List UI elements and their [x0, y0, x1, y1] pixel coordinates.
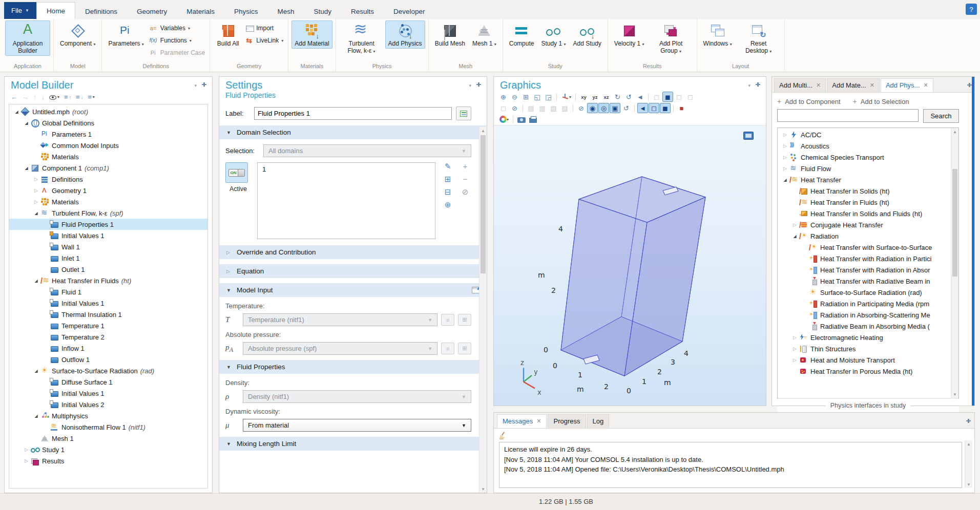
expand-arrow-icon[interactable]: ▷	[22, 447, 31, 452]
scroll-up-arrow-icon[interactable]: ▲	[951, 128, 958, 135]
tree-item[interactable]: ▷Chemical Species Transport	[778, 152, 958, 163]
move-down-button[interactable]: ↓	[41, 94, 45, 101]
tree-item[interactable]: Thermal Insulation 1	[9, 309, 207, 320]
tree-item[interactable]: ▷Geometry 1	[9, 185, 207, 196]
tree-item[interactable]: Initial Values 1	[9, 298, 207, 309]
add-physics-button[interactable]: ↓ Add Physics	[385, 20, 425, 49]
build-all-button[interactable]: Build All	[213, 20, 243, 49]
close-icon[interactable]: ✕	[536, 418, 541, 424]
add-plot-group-button[interactable]: Add Plot Group ▾	[649, 20, 694, 57]
functions-button[interactable]: Functions▾	[148, 35, 206, 46]
scene-mode-4-button[interactable]: ◻	[685, 92, 696, 102]
section-fluid-properties[interactable]: ▼ Fluid Properties	[219, 360, 487, 374]
back-button[interactable]: ←	[11, 94, 17, 101]
tree-item[interactable]: Radiative Beam in Absorbing Media (	[778, 321, 958, 332]
scroll-down-arrow-icon[interactable]: ▼	[951, 391, 958, 398]
pin-icon[interactable]	[965, 418, 971, 425]
messages-scrollbar[interactable]: ▲ ▼	[965, 440, 972, 488]
add-to-selection-button[interactable]: +Add to Selection	[853, 97, 909, 105]
active-toggle[interactable]: ON	[225, 162, 248, 183]
remove-geometry-button[interactable]: ■	[676, 103, 687, 113]
section-mixing-length[interactable]: ▼ Mixing Length Limit	[219, 437, 487, 451]
tree-item[interactable]: Fluid 1	[9, 286, 207, 298]
tree-item[interactable]: Nonisothermal Flow 1(nitf1)	[9, 421, 207, 433]
variables-button[interactable]: Variables▾	[148, 23, 206, 33]
domain-selection-list[interactable]: 1	[257, 162, 435, 239]
tree-item[interactable]: ◢Untitled.mph(root)	[9, 106, 207, 117]
tab-add-material[interactable]: Add Mate...✕	[827, 78, 880, 92]
tab-materials[interactable]: Materials	[177, 4, 224, 19]
section-model-input[interactable]: ▼ Model Input	[219, 283, 487, 297]
parameters-button[interactable]: Parameters ▾	[105, 20, 147, 50]
build-mesh-button[interactable]: Build Mesh	[432, 20, 468, 49]
tree-item[interactable]: ◢Surface-to-Surface Radiation(rad)	[9, 365, 207, 376]
label-input[interactable]	[254, 107, 452, 120]
panel-menu-caret-icon[interactable]: ▾	[469, 83, 471, 88]
tab-definitions[interactable]: Definitions	[75, 4, 127, 19]
tree-item[interactable]: Heat Transfer in Solids and Fluids (ht)	[778, 208, 958, 219]
rotate-ccw-button[interactable]: ↺	[623, 92, 634, 102]
tree-item[interactable]: Heat Transfer with Radiation in Partici	[778, 253, 958, 264]
collapse-arrow-icon[interactable]: ◢	[32, 369, 40, 373]
close-icon[interactable]: ✕	[816, 82, 821, 89]
expand-arrow-icon[interactable]: ▷	[790, 335, 799, 340]
tab-messages[interactable]: Messages✕	[497, 414, 547, 428]
print-button[interactable]	[528, 114, 538, 124]
tab-study[interactable]: Study	[304, 4, 342, 19]
hide-objects-button[interactable]: ⊘	[576, 103, 587, 113]
close-icon[interactable]: ✕	[923, 82, 928, 89]
collapse-arrow-icon[interactable]: ◢	[781, 178, 789, 182]
collapse-all-button[interactable]: ≡↑	[64, 94, 71, 101]
snapshot-disabled-button[interactable]: ▤	[526, 103, 536, 113]
move-up-button[interactable]: ↑	[33, 94, 37, 101]
rotate-cw-button[interactable]: ↻	[612, 92, 623, 102]
tab-results[interactable]: Results	[341, 4, 384, 19]
plot-window-icon[interactable]	[743, 132, 754, 140]
pin-icon[interactable]	[755, 82, 761, 89]
section-equation[interactable]: ▷ Equation	[219, 264, 487, 278]
collapse-arrow-icon[interactable]: ◢	[32, 279, 40, 283]
import-button[interactable]: Import	[244, 23, 285, 33]
expand-arrow-icon[interactable]: ▷	[32, 177, 40, 182]
tree-item[interactable]: Common Model Inputs	[9, 140, 207, 151]
expand-arrow-icon[interactable]: ▷	[790, 222, 799, 227]
view-unhide-button[interactable]: ◻	[649, 103, 659, 113]
tree-item[interactable]: Heat Transfer with Radiative Beam in	[778, 275, 958, 287]
tab-add-physics[interactable]: Add Phys...✕	[881, 78, 933, 92]
tab-log[interactable]: Log	[587, 414, 610, 428]
tree-item[interactable]: ◢Component 1(comp1)	[9, 162, 207, 174]
remove-from-selection-button[interactable]: −	[461, 175, 470, 183]
selection-combo[interactable]: All domains ▼	[263, 144, 471, 157]
close-icon[interactable]: ✕	[870, 82, 874, 89]
scene-mode-3-button[interactable]: ◻	[674, 92, 684, 102]
tree-item[interactable]: ▷Study 1	[9, 444, 207, 455]
view-xz-button[interactable]: xz	[601, 92, 612, 102]
tree-item[interactable]: Heat Transfer in Solids (ht)	[778, 185, 958, 197]
tree-item[interactable]: Materials	[9, 151, 207, 162]
scroll-down-arrow-icon[interactable]: ▼	[965, 481, 972, 488]
settings-scrollbar[interactable]: ▲ ▼	[479, 127, 487, 493]
tree-item[interactable]: Fluid Properties 1	[9, 219, 207, 230]
color-theme-button[interactable]: ▾	[498, 114, 510, 124]
expand-arrow-icon[interactable]: ▷	[781, 155, 789, 160]
tree-item[interactable]: ◢Multiphysics	[9, 410, 207, 421]
tab-progress[interactable]: Progress	[548, 414, 586, 428]
section-override[interactable]: ▷ Override and Contribution	[219, 245, 487, 259]
forward-button[interactable]: →	[22, 94, 29, 101]
temperature-combo[interactable]: Temperature (nitf1)▼	[243, 313, 437, 326]
scroll-up-arrow-icon[interactable]: ▲	[965, 440, 972, 448]
tab-developer[interactable]: Developer	[384, 4, 435, 19]
fit-window-button[interactable]: ◲	[543, 92, 554, 102]
zoom-box-button[interactable]: ⊞	[520, 92, 531, 102]
file-menu-button[interactable]: File▼	[4, 2, 36, 19]
tree-item[interactable]: Diffuse Surface 1	[9, 376, 207, 388]
zoom-out-button[interactable]: ⊖	[509, 92, 520, 102]
expand-arrow-icon[interactable]: ▷	[790, 346, 799, 351]
create-selection-button[interactable]: ✎	[444, 162, 452, 171]
tree-item[interactable]: Surface-to-Surface Radiation (rad)	[778, 287, 958, 298]
expand-all-button[interactable]: ≡↓	[76, 94, 83, 101]
select-disabled-button[interactable]: ▧	[548, 103, 559, 113]
add-to-selection-button[interactable]: +	[461, 162, 470, 171]
show-selected-button[interactable]: ▣	[610, 103, 620, 113]
view-xy-button[interactable]: xy	[578, 92, 589, 102]
